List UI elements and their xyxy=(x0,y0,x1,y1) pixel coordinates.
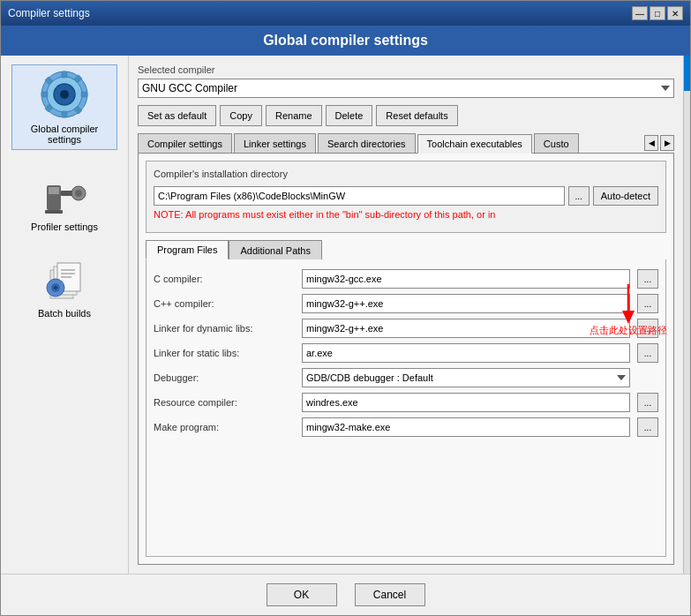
batch-icon xyxy=(40,254,89,304)
program-row-resource-compiler: Resource compiler: ... xyxy=(154,390,658,415)
svg-rect-2 xyxy=(62,71,67,78)
cpp-compiler-label: C++ compiler: xyxy=(154,298,295,309)
svg-point-26 xyxy=(54,286,57,289)
tab-next-button[interactable]: ▶ xyxy=(660,135,674,151)
tab-prev-button[interactable]: ◀ xyxy=(644,135,658,151)
sidebar-item-profiler[interactable]: Profiler settings xyxy=(11,163,117,237)
program-files-table: C compiler: ... 点击此处设置路径 xyxy=(146,259,666,557)
selected-compiler-label: Selected compiler xyxy=(138,64,674,75)
tab-search-directories[interactable]: Search directories xyxy=(318,133,416,153)
svg-rect-5 xyxy=(81,92,87,97)
compiler-button-row: Set as default Copy Rename Delete Reset … xyxy=(138,105,674,126)
svg-rect-13 xyxy=(49,187,59,194)
svg-rect-4 xyxy=(41,92,48,97)
main-window: Compiler settings — □ ✕ Global compiler … xyxy=(0,0,691,616)
program-row-linker-static: Linker for static libs: ... xyxy=(154,341,658,365)
tab-panel-content: Compiler's installation directory ... Au… xyxy=(138,154,674,565)
linker-static-label: Linker for static libs: xyxy=(154,348,295,358)
cpp-compiler-input[interactable] xyxy=(302,294,630,313)
linker-dynamic-browse-button[interactable]: ... xyxy=(637,319,658,338)
main-tabs: Compiler settings Linker settings Search… xyxy=(138,133,674,154)
linker-dynamic-input[interactable] xyxy=(302,319,630,338)
browse-dir-button[interactable]: ... xyxy=(568,186,590,206)
sidebar-item-profiler-label: Profiler settings xyxy=(31,222,98,232)
svg-point-16 xyxy=(75,190,82,197)
window-title: Compiler settings xyxy=(8,7,90,19)
sidebar-item-global-compiler[interactable]: Global compilersettings xyxy=(11,64,117,150)
program-row-c-compiler: C compiler: ... 点击此处设置路径 xyxy=(154,267,658,291)
sidebar-item-batch[interactable]: Batch builds xyxy=(11,250,117,323)
install-dir-row: ... Auto-detect xyxy=(154,186,658,206)
gear-icon xyxy=(40,70,89,119)
linker-static-browse-button[interactable]: ... xyxy=(637,343,658,363)
c-compiler-browse-button[interactable]: ... xyxy=(637,269,658,289)
inner-tabs-container: Program Files Additional Paths C compile… xyxy=(146,240,666,557)
linker-static-input[interactable] xyxy=(302,343,630,363)
tab-compiler-settings[interactable]: Compiler settings xyxy=(138,133,232,153)
c-compiler-label: C compiler: xyxy=(154,274,295,284)
sidebar-item-batch-label: Batch builds xyxy=(38,308,91,319)
program-row-linker-dynamic: Linker for dynamic libs: ... xyxy=(154,316,658,341)
copy-button[interactable]: Copy xyxy=(220,105,262,126)
program-row-debugger: Debugger: GDB/CDB debugger : Default xyxy=(154,365,658,390)
cpp-compiler-browse-button[interactable]: ... xyxy=(637,294,658,313)
resource-compiler-label: Resource compiler: xyxy=(154,397,295,408)
sidebar-item-global-compiler-label: Global compilersettings xyxy=(31,124,98,145)
close-button[interactable]: ✕ xyxy=(667,6,683,20)
debugger-select[interactable]: GDB/CDB debugger : Default xyxy=(302,368,630,387)
tab-nav-buttons: ◀ ▶ xyxy=(644,135,674,153)
right-panel: Selected compiler GNU GCC Compiler Set a… xyxy=(129,56,683,574)
minimize-button[interactable]: — xyxy=(632,6,648,20)
scrollbar-thumb[interactable] xyxy=(684,56,690,91)
installation-dir-group: Compiler's installation directory ... Au… xyxy=(146,161,666,233)
tab-custom[interactable]: Custo xyxy=(534,133,579,153)
title-bar: Compiler settings — □ ✕ xyxy=(1,1,690,26)
debugger-label: Debugger: xyxy=(154,372,295,383)
ok-button[interactable]: OK xyxy=(267,583,337,606)
make-browse-button[interactable]: ... xyxy=(637,417,658,437)
make-input[interactable] xyxy=(302,417,630,437)
install-dir-input[interactable] xyxy=(154,186,565,206)
dialog-title: Global compiler settings xyxy=(1,26,690,56)
main-content: Global compilersettings Profiler setting… xyxy=(1,56,690,574)
title-bar-buttons: — □ ✕ xyxy=(632,6,683,20)
tab-linker-settings[interactable]: Linker settings xyxy=(234,133,316,153)
c-compiler-input[interactable] xyxy=(302,269,630,289)
note-text: NOTE: All programs must exist either in … xyxy=(154,209,658,220)
installation-dir-title: Compiler's installation directory xyxy=(154,169,658,179)
bottom-bar: OK Cancel xyxy=(1,574,690,615)
svg-point-11 xyxy=(60,90,69,99)
rename-button[interactable]: Rename xyxy=(266,105,322,126)
svg-rect-3 xyxy=(62,111,67,117)
sidebar: Global compilersettings Profiler setting… xyxy=(1,56,129,574)
reset-defaults-button[interactable]: Reset defaults xyxy=(376,105,457,126)
compiler-select-row: GNU GCC Compiler xyxy=(138,79,674,98)
resource-compiler-browse-button[interactable]: ... xyxy=(637,393,658,412)
auto-detect-button[interactable]: Auto-detect xyxy=(593,186,658,206)
scrollbar[interactable] xyxy=(683,56,690,574)
set-as-default-button[interactable]: Set as default xyxy=(138,105,216,126)
maximize-button[interactable]: □ xyxy=(650,6,665,20)
make-label: Make program: xyxy=(154,422,295,432)
inner-tab-program-files[interactable]: Program Files xyxy=(146,240,229,259)
program-row-cpp-compiler: C++ compiler: ... xyxy=(154,291,658,316)
delete-button[interactable]: Delete xyxy=(326,105,373,126)
inner-tabs: Program Files Additional Paths xyxy=(146,240,666,259)
inner-tab-additional-paths[interactable]: Additional Paths xyxy=(229,240,322,259)
compiler-select[interactable]: GNU GCC Compiler xyxy=(138,79,674,98)
linker-dynamic-label: Linker for dynamic libs: xyxy=(154,323,295,334)
profiler-icon xyxy=(40,168,89,217)
svg-rect-17 xyxy=(45,210,63,214)
resource-compiler-input[interactable] xyxy=(302,393,630,412)
program-row-make: Make program: ... xyxy=(154,415,658,439)
cancel-button[interactable]: Cancel xyxy=(355,583,425,606)
tab-toolchain-executables[interactable]: Toolchain executables xyxy=(417,134,532,154)
